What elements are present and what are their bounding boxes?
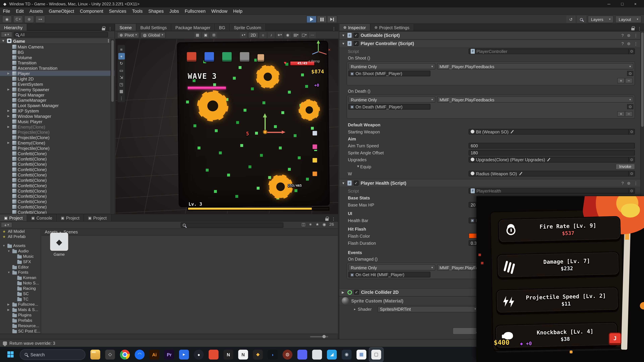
hierarchy-item[interactable]: ▶ Main Camera <box>0 44 114 49</box>
inspector-tab[interactable]: ⊛Inspector <box>339 24 370 31</box>
panel-menu-icon[interactable]: ⋮ <box>108 26 112 31</box>
light-app-icon[interactable] <box>310 348 324 361</box>
panel-menu-icon[interactable]: ⋮ <box>638 26 642 31</box>
menu-item[interactable]: Fullscreen <box>182 7 208 14</box>
discord-icon[interactable] <box>295 348 309 361</box>
favorite-search-item[interactable]: ★ All Model <box>0 229 40 234</box>
transform-tool-icon[interactable]: ◳ <box>118 81 124 87</box>
hierarchy-item[interactable]: ▶ Confetti(Clone) <box>0 204 114 209</box>
hierarchy-item[interactable]: ▶ EventSystem <box>0 81 114 87</box>
event-mode-dropdown[interactable]: Runtime Only▾ <box>348 264 435 271</box>
undo-history-icon[interactable]: ↺ <box>566 15 576 23</box>
status-message[interactable]: Return wave override: 3 <box>10 341 55 346</box>
red-app-icon[interactable] <box>206 348 220 361</box>
folder-item[interactable]: Korean <box>0 275 40 280</box>
foldout-arrow[interactable]: ▶ <box>342 291 346 294</box>
perspective-label[interactable]: < Persp <box>308 59 320 63</box>
hierarchy-item[interactable]: ▶ Confetti(Clone) <box>0 161 114 167</box>
start-button[interactable] <box>3 348 17 361</box>
upgrade-button[interactable]: Damage [Lv. 7] $232 <box>497 251 620 278</box>
component-header-outlinable[interactable]: ▼ ✓ Outlinable (Script) ?⊛⋮ <box>339 31 640 39</box>
object-picker-icon[interactable]: ⊙ <box>628 157 634 162</box>
hierarchy-item[interactable]: ▶ Confetti(Clone) <box>0 209 114 214</box>
pivot-dropdown[interactable]: ⊕Pivot▾ <box>117 32 139 38</box>
menu-item[interactable]: Edit <box>13 7 27 14</box>
file-explorer-icon[interactable] <box>88 348 102 361</box>
lock-icon[interactable] <box>631 28 634 30</box>
console-message-icon[interactable] <box>3 341 7 345</box>
grid-tool-icon[interactable]: ▦ <box>118 88 124 94</box>
presets-icon[interactable]: ⊛ <box>627 181 630 185</box>
folder-item[interactable]: Fonts <box>0 270 40 275</box>
foldout-arrow[interactable]: ▼ <box>342 181 346 185</box>
object-picker-icon[interactable]: ⊙ <box>628 188 634 193</box>
unity-hub-icon[interactable]: ◇ <box>103 348 117 361</box>
hierarchy-item[interactable]: ▶ Confetti(Clone) <box>0 177 114 183</box>
object-picker-icon[interactable]: ⊙ <box>627 71 634 76</box>
scene-view-tab[interactable]: BG <box>215 24 230 31</box>
move-gizmo[interactable] <box>252 116 286 149</box>
2d-toggle[interactable]: 2D <box>248 32 258 38</box>
foldout-arrow[interactable]: ▶ <box>8 71 11 75</box>
move-tool-icon[interactable]: + <box>118 53 124 59</box>
notes-app-icon[interactable]: N <box>236 348 250 361</box>
enabled-checkbox[interactable]: ✓ <box>354 33 358 38</box>
hierarchy-scrollbar[interactable] <box>110 38 114 213</box>
rect-tool-icon[interactable]: ▭ <box>118 67 124 73</box>
icon-size-slider[interactable] <box>310 336 328 337</box>
remove-event-button[interactable]: − <box>625 111 632 117</box>
project-tab[interactable]: ▣Project <box>0 214 27 221</box>
project-search-input[interactable] <box>181 222 284 228</box>
menu-item[interactable]: File <box>0 7 13 14</box>
view-tool-icon[interactable]: ≡ <box>118 46 124 52</box>
invoke-button[interactable]: Invoke <box>616 164 635 169</box>
global-dropdown[interactable]: ◍Global▾ <box>140 32 166 38</box>
minimize-button[interactable]: ─ <box>608 1 610 6</box>
hierarchy-item[interactable]: ▶ Projectile(Clone) <box>0 129 114 135</box>
search-icon[interactable] <box>577 15 586 23</box>
help-icon[interactable]: ? <box>621 33 624 37</box>
hierarchy-item[interactable]: ▶ Pool Manager <box>0 92 114 97</box>
create-object-button[interactable]: + ▾ <box>1 32 12 37</box>
illustrator-icon[interactable]: Ai <box>148 348 161 361</box>
foldout-arrow[interactable] <box>8 250 11 252</box>
scene-canvas[interactable]: ≡ + ↻ ▭ ⇲ ◳ ▦ ⋮ WAVE 3 ♥ 45/45 $874 <box>116 39 338 214</box>
enabled-checkbox[interactable]: ✓ <box>354 41 358 46</box>
scene-view-tab[interactable]: Build Settings <box>136 24 172 31</box>
hierarchy-item[interactable]: ▶ Player <box>0 70 114 76</box>
hierarchy-item[interactable]: ▶ Confetti(Clone) <box>0 156 114 161</box>
foldout-arrow[interactable] <box>8 303 11 306</box>
more-tools-icon[interactable]: ⋮ <box>118 95 124 101</box>
hierarchy-item[interactable]: ▶ Enemy(Clone) <box>0 140 114 145</box>
folder-item[interactable]: Noto S... <box>0 280 40 286</box>
foldout-arrow[interactable]: ▶ <box>8 109 11 112</box>
maximize-button[interactable]: □ <box>621 1 624 6</box>
chrome-icon[interactable] <box>118 348 132 361</box>
crescent-app-icon[interactable]: ◗ <box>266 348 280 361</box>
panel-menu-icon[interactable]: ⋮ <box>332 217 336 221</box>
grid-snap-icon[interactable]: ▦ <box>194 32 201 38</box>
event-function-dropdown[interactable]: MMF_Player.PlayFeedbacks▾ <box>437 96 634 103</box>
folder-item[interactable]: SC Post E... <box>0 328 40 334</box>
object-picker-icon[interactable]: ⊙ <box>628 49 634 53</box>
favorite-search-item[interactable]: ★ All Prefab <box>0 234 40 239</box>
upgrade-button[interactable]: Knockback [Lv. 4] $38 <box>495 322 618 349</box>
folder-item[interactable]: Editor <box>0 264 40 270</box>
project-tab[interactable]: ▣Project <box>84 214 111 221</box>
add-event-button[interactable]: + <box>617 111 625 117</box>
hierarchy-item[interactable]: ▶ BG <box>0 49 114 55</box>
lighting-toggle-icon[interactable]: ☼ <box>260 32 267 38</box>
hierarchy-item[interactable]: ▶ Confetti(Clone) <box>0 167 114 172</box>
foldout-arrow[interactable]: ▶ <box>8 125 11 128</box>
folder-item[interactable]: Prefabs <box>0 318 40 323</box>
presets-icon[interactable]: ⊛ <box>627 41 630 46</box>
hierarchy-search-input[interactable]: All <box>14 32 108 37</box>
asset-item-game-scene[interactable]: ◆ Game <box>46 233 72 257</box>
scale-tool-icon[interactable]: ⇲ <box>118 74 124 80</box>
menu-item[interactable]: Help <box>230 7 245 14</box>
folder-item[interactable]: Mats & S... <box>0 307 40 312</box>
layers-dropdown[interactable]: Layers▾ <box>588 15 614 23</box>
starting-weapon-field[interactable]: Bit (Weapon SO)⊙ <box>468 129 635 134</box>
menu-item[interactable]: GameObject <box>46 7 77 14</box>
foldout-arrow[interactable]: ▼ <box>356 165 360 168</box>
